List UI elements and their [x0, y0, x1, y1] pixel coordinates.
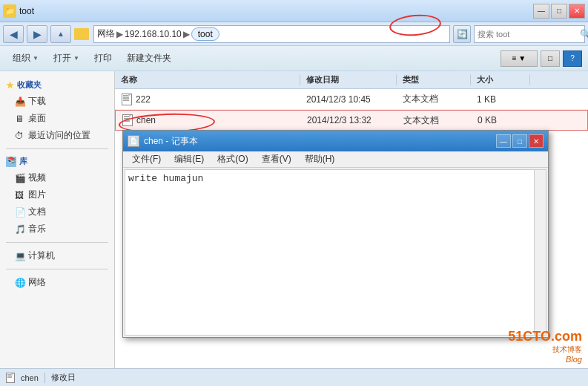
address-bar: ◀ ▶ ▲ 网络 ▶ 192.168.10.10 ▶ toot 🔄 🔍: [0, 22, 588, 46]
print-button[interactable]: 打印: [87, 49, 119, 68]
notepad-minimize-button[interactable]: —: [496, 134, 511, 148]
folder-icon: [74, 28, 89, 40]
sidebar-network: 🌐 网络: [0, 274, 114, 291]
sidebar-library: 📚 库 🎬 视频 🖼 图片 📄 文档 🎵 音乐: [0, 154, 114, 238]
organize-button[interactable]: 组织 ▼: [6, 49, 45, 68]
toolbar: 组织 ▼ 打开 ▼ 打印 新建文件夹 ≡ ▼ □ ?: [0, 46, 588, 71]
minimize-button[interactable]: —: [533, 4, 549, 19]
sidebar-favorites: ★ 收藏夹 📥 下载 🖥 桌面 ⏱ 最近访问的位置: [0, 77, 114, 144]
watermark-sub: 技术博客: [508, 344, 582, 355]
breadcrumb-sep-1: ▶: [116, 29, 123, 39]
notepad-menu-view[interactable]: 查看(V): [256, 151, 297, 167]
notepad-window[interactable]: 📄 chen - 记事本 — □ ✕ 文件(F) 编辑(E) 格式(O) 查看(…: [122, 130, 549, 338]
sidebar-divider-2: [6, 242, 108, 243]
notepad-scrollbar[interactable]: [534, 170, 546, 335]
notepad-close-button[interactable]: ✕: [529, 134, 544, 148]
status-bar: chen 修改日: [0, 368, 588, 386]
sidebar-divider-1: [6, 148, 108, 149]
sidebar-item-document[interactable]: 📄 文档: [0, 203, 114, 220]
sidebar-item-video[interactable]: 🎬 视频: [0, 169, 114, 186]
breadcrumb-network[interactable]: 网络: [97, 27, 115, 40]
status-icon: [6, 373, 15, 383]
view-toggle-button[interactable]: □: [541, 50, 560, 67]
table-row[interactable]: chen 2014/12/3 13:32 文本文档 0 KB: [115, 110, 588, 131]
file-cell-name: 222: [115, 94, 300, 105]
breadcrumb[interactable]: 网络 ▶ 192.168.10.10 ▶ toot: [93, 25, 450, 43]
notepad-menu: 文件(F) 编辑(E) 格式(O) 查看(V) 帮助(H): [123, 151, 548, 168]
breadcrumb-sep-2: ▶: [183, 29, 190, 39]
notepad-text: write humajun: [128, 173, 203, 184]
watermark-logo: 51CTO.com: [508, 329, 582, 344]
sidebar-library-header: 📚 库: [0, 154, 114, 169]
notepad-title-text: chen - 记事本: [144, 135, 496, 148]
computer-icon: 💻: [15, 251, 25, 261]
notepad-menu-help[interactable]: 帮助(H): [299, 151, 341, 167]
breadcrumb-ip[interactable]: 192.168.10.10: [125, 29, 182, 39]
back-button[interactable]: ◀: [3, 25, 24, 43]
star-icon: ★: [6, 80, 14, 91]
notepad-content[interactable]: write humajun: [125, 169, 546, 336]
column-size[interactable]: 大小: [471, 74, 530, 85]
search-input[interactable]: [478, 30, 580, 39]
search-bar: 🔍: [474, 25, 585, 43]
toolbar-right: ≡ ▼ □ ?: [501, 50, 582, 67]
view-menu-button[interactable]: ≡ ▼: [501, 50, 538, 67]
sidebar-computer: 💻 计算机: [0, 247, 114, 264]
download-icon: 📥: [15, 96, 25, 107]
sidebar-item-music[interactable]: 🎵 音乐: [0, 220, 114, 238]
column-type[interactable]: 类型: [397, 74, 471, 85]
sidebar-item-recent[interactable]: ⏱ 最近访问的位置: [0, 127, 114, 144]
file-list-header: 名称 修改日期 类型 大小: [115, 71, 588, 89]
picture-icon: 🖼: [15, 190, 25, 200]
sidebar-item-computer[interactable]: 💻 计算机: [0, 247, 114, 264]
sidebar-item-download[interactable]: 📥 下载: [0, 93, 114, 110]
up-button[interactable]: ▲: [50, 25, 71, 43]
close-button[interactable]: ✕: [569, 4, 585, 19]
watermark-blog: Blog: [508, 355, 582, 364]
refresh-button[interactable]: 🔄: [453, 25, 471, 43]
notepad-menu-format[interactable]: 格式(O): [211, 151, 254, 167]
music-icon: 🎵: [15, 224, 25, 235]
notepad-maximize-button[interactable]: □: [512, 134, 527, 148]
open-dropdown-icon: ▼: [73, 55, 79, 62]
notepad-menu-file[interactable]: 文件(F): [126, 151, 167, 167]
file-icon: [121, 94, 133, 105]
file-cell-size: 0 KB: [472, 115, 531, 125]
sidebar-item-picture[interactable]: 🖼 图片: [0, 186, 114, 203]
notepad-menu-edit[interactable]: 编辑(E): [168, 151, 210, 167]
title-bar: 📁 toot — □ ✕: [0, 0, 588, 22]
file-cell-type: 文本文档: [397, 93, 471, 105]
desktop-icon: 🖥: [15, 114, 25, 124]
notepad-title-buttons: — □ ✕: [496, 134, 544, 148]
sidebar-divider-3: [6, 269, 108, 269]
breadcrumb-toot[interactable]: toot: [191, 27, 219, 41]
status-divider: [44, 373, 45, 383]
search-icon[interactable]: 🔍: [580, 29, 588, 39]
title-bar-text: toot: [19, 6, 533, 16]
open-button[interactable]: 打开 ▼: [47, 49, 86, 68]
file-cell-modified: 2014/12/3 10:45: [300, 94, 397, 105]
network-icon: 🌐: [15, 278, 25, 288]
column-name[interactable]: 名称: [115, 74, 300, 85]
notepad-title-bar: 📄 chen - 记事本 — □ ✕: [123, 131, 548, 151]
new-folder-button[interactable]: 新建文件夹: [120, 49, 178, 68]
maximize-button[interactable]: □: [551, 4, 567, 19]
library-icon: 📚: [6, 157, 16, 167]
recent-icon: ⏱: [15, 131, 25, 141]
file-cell-size: 1 KB: [471, 94, 530, 105]
sidebar-item-desktop[interactable]: 🖥 桌面: [0, 110, 114, 127]
watermark: 51CTO.com 技术博客 Blog: [508, 329, 582, 364]
sidebar-favorites-header: ★ 收藏夹: [0, 77, 114, 93]
notepad-title-icon: 📄: [128, 135, 139, 147]
table-row[interactable]: 222 2014/12/3 10:45 文本文档 1 KB: [115, 89, 588, 110]
status-modified: 修改日: [51, 372, 76, 383]
status-file-icon: [6, 373, 15, 383]
title-bar-buttons: — □ ✕: [533, 4, 585, 19]
help-button[interactable]: ?: [563, 50, 582, 67]
sidebar-item-network[interactable]: 🌐 网络: [0, 274, 114, 291]
file-cell-modified: 2014/12/3 13:32: [301, 115, 397, 125]
column-modified[interactable]: 修改日期: [300, 74, 397, 85]
forward-button[interactable]: ▶: [27, 25, 47, 43]
file-icon: [122, 114, 133, 126]
organize-dropdown-icon: ▼: [33, 55, 39, 62]
